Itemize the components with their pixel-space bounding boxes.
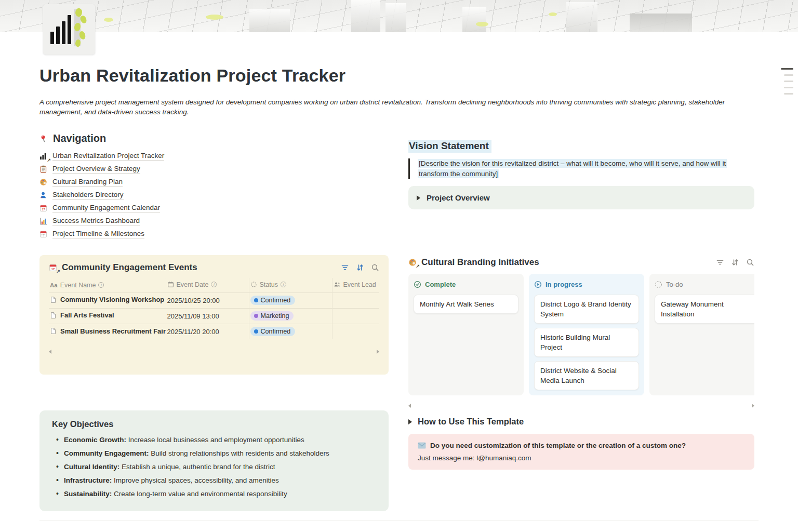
calendar-red-icon [39,230,48,238]
nav-item-stakeholders[interactable]: Stakeholders Directory [39,189,389,202]
column-header-todo[interactable]: To-do [655,278,754,290]
nav-item-success-metrics[interactable]: Success Metrics Dashboard [39,215,389,228]
board-card[interactable]: District Website & Social Media Launch [534,361,639,390]
community-events-card: 17 ↗ Community Engagement Events [39,255,389,375]
column-header-event-lead[interactable]: Event Leadi [332,278,379,292]
info-icon: i [379,282,379,287]
logo-bar [56,26,60,44]
bullet-icon: • [56,476,59,484]
filter-icon[interactable] [341,263,349,272]
nav-item-project-tracker[interactable]: ↗ Urban Revitalization Project Tracker [39,150,389,163]
link-arrow-icon: ↗ [56,269,60,274]
check-circle-icon [414,281,421,288]
outline-line[interactable] [784,87,793,88]
info-icon: i [281,282,286,287]
people-icon [39,191,48,200]
event-date-cell[interactable]: 2025/11/20 20:00 [166,324,249,339]
event-name-cell[interactable]: Small Business Recruitment Fair [49,324,166,339]
scroll-right-icon[interactable] [752,404,754,408]
column-header-event-date[interactable]: Event Datei [166,278,249,292]
page-file-icon [50,327,57,335]
outline-line[interactable] [784,74,793,76]
scroll-right-icon[interactable] [377,350,379,354]
event-status-cell[interactable]: Confirmed [249,292,332,308]
filter-icon[interactable] [716,258,724,267]
svg-text:17: 17 [51,268,55,271]
page-divider [39,521,759,521]
key-objectives-card: Key Objectives • Economic Growth: Increa… [39,410,389,511]
chart-icon [39,217,48,225]
event-status-cell[interactable]: Marketing [249,308,332,324]
objective-item: • Cultural Identity: Establish a unique,… [52,460,376,474]
event-date-cell[interactable]: 2025/11/09 13:00 [166,308,249,324]
toggle-triangle-icon[interactable] [417,195,420,201]
page-file-icon [50,312,57,319]
callout-question: Do you need customization of this templa… [430,442,686,449]
logo-bar [68,15,71,44]
board-horizontal-scrollbar[interactable] [408,404,754,408]
nav-item-engagement-calendar[interactable]: 17 Community Engagement Calendar [39,202,389,215]
events-title[interactable]: Community Engagement Events [62,262,197,273]
event-name-cell[interactable]: Community Visioning Workshop [49,292,166,308]
cover-image [0,0,798,32]
board-card[interactable]: Historic Building Mural Project [534,328,639,357]
bullet-icon: • [56,449,59,457]
events-table: Aa Event Namei Event Datei Statusi [49,278,379,339]
outline-line[interactable] [784,81,793,82]
toggle-triangle-icon[interactable] [408,419,412,424]
event-row[interactable]: Fall Arts Festival 2025/11/09 13:00 Mark… [49,308,379,324]
column-header-complete[interactable]: Complete [414,278,518,290]
objective-item: • Economic Growth: Increase local busine… [52,433,376,447]
event-date-cell[interactable]: 2025/10/25 20:00 [166,292,249,308]
board-column-in-progress: In progress District Logo & Brand Identi… [529,274,644,395]
status-dot [254,314,258,318]
logo-bar [50,32,54,44]
nav-item-cultural-branding[interactable]: Cultural Branding Plan [39,176,389,189]
event-row[interactable]: Small Business Recruitment Fair 2025/11/… [49,324,379,339]
objective-item: • Sustainability: Create long-term value… [52,487,376,501]
column-header-status[interactable]: Statusi [249,278,332,292]
column-header-in-progress[interactable]: In progress [534,278,639,290]
board-card[interactable]: Gateway Monument Installation [655,295,754,324]
scroll-left-icon[interactable] [49,350,51,354]
how-to-use-toggle[interactable]: How to Use This Template [408,417,754,427]
status-dot [254,329,258,334]
column-header-event-name[interactable]: Aa Event Namei [49,278,166,292]
logo-leaf [79,15,87,24]
project-overview-toggle[interactable]: Project Overview [408,186,754,209]
board-card[interactable]: District Logo & Brand Identity System [534,295,639,324]
vision-heading: Vision Statement [408,140,491,153]
clipboard-icon [39,165,48,174]
column-empty-space [414,314,518,334]
cover-building [385,3,406,32]
calendar-icon: 17 [39,204,48,212]
status-badge: Marketing [250,311,294,321]
sort-icon[interactable] [356,263,364,272]
objective-item: • Infrastructure: Improve physical space… [52,474,376,487]
page-logo[interactable] [43,4,95,55]
event-lead-cell[interactable] [332,308,379,324]
page-outline-indicator[interactable] [781,68,793,95]
search-icon[interactable] [371,263,379,272]
nav-item-timeline[interactable]: Project Timeline & Milestones [39,228,389,241]
bullet-icon: • [56,436,59,444]
dashed-circle-icon [655,281,662,288]
outline-line[interactable] [784,93,793,95]
play-circle-icon [534,281,542,288]
scroll-left-icon[interactable] [408,404,411,408]
link-arrow-icon: ↗ [416,263,420,269]
event-row[interactable]: Community Visioning Workshop 2025/10/25 … [49,292,379,308]
palette-icon [39,178,48,187]
event-status-cell[interactable]: Confirmed [249,324,332,339]
search-icon[interactable] [746,258,754,267]
events-horizontal-scrollbar[interactable] [49,350,379,354]
sort-icon[interactable] [731,258,739,267]
event-lead-cell[interactable] [332,324,379,339]
board-title[interactable]: Cultural Branding Initiatives [421,257,539,268]
event-lead-cell[interactable] [332,292,379,308]
outline-line[interactable] [781,68,793,70]
event-name-cell[interactable]: Fall Arts Festival [49,308,166,324]
board-card[interactable]: Monthly Art Walk Series [414,295,518,314]
page-title: Urban Revitalization Project Tracker [39,65,759,86]
nav-item-project-overview[interactable]: Project Overview & Strategy [39,163,389,176]
